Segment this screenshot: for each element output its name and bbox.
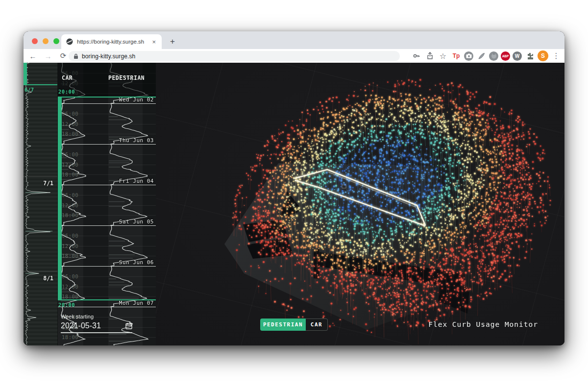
share-icon[interactable] bbox=[424, 50, 435, 61]
car-column-header: CAR bbox=[62, 74, 73, 81]
window-minimize-button[interactable] bbox=[43, 38, 49, 44]
marker-time-top: 20:00 bbox=[58, 89, 75, 95]
browser-menu-icon[interactable]: ⋮ bbox=[551, 50, 562, 61]
marker-line-top bbox=[58, 97, 156, 98]
day-label: Mon Jun 07 bbox=[119, 300, 154, 306]
sidebar-now-line bbox=[24, 84, 57, 85]
tab-title: https://boring-kitty.surge.sh bbox=[77, 39, 151, 45]
week-detail-panel[interactable]: 06:0012:0018:0006:0012:0018:0006:0012:00… bbox=[58, 63, 156, 345]
ext-abp-icon[interactable]: ABP bbox=[501, 51, 510, 61]
mode-toggle: PEDESTRIAN CAR bbox=[260, 318, 328, 331]
window-zoom-button[interactable] bbox=[53, 38, 59, 44]
lock-icon bbox=[74, 53, 78, 59]
app-title: Flex Curb Usage Monitor bbox=[428, 320, 538, 328]
month-separator bbox=[24, 176, 57, 176]
marker-time-bottom: 20:00 bbox=[58, 302, 75, 308]
ext-w-icon[interactable]: W bbox=[513, 51, 522, 61]
extensions-puzzle-icon[interactable] bbox=[524, 50, 535, 61]
bookmark-star-icon[interactable]: ☆ bbox=[438, 50, 448, 61]
day-separator-line bbox=[58, 144, 156, 145]
viewport-indicator[interactable] bbox=[24, 63, 27, 84]
page-content: 6/7 7/18/1 06:0012:0018:0006:0012:0018:0… bbox=[24, 63, 564, 345]
week-date-picker: Week starting 2021-05-31 bbox=[61, 314, 132, 333]
forward-button[interactable]: → bbox=[42, 52, 54, 60]
pointcloud-canvas[interactable] bbox=[156, 63, 564, 345]
ext-feather-icon[interactable] bbox=[476, 50, 487, 61]
day-label: Sat Jun 05 bbox=[119, 219, 154, 225]
password-key-icon[interactable] bbox=[411, 50, 422, 61]
date-underline bbox=[61, 332, 132, 333]
site-favicon-icon bbox=[66, 38, 73, 45]
ext-tp-icon[interactable]: Tp bbox=[451, 50, 462, 61]
day-label: Sun Jun 06 bbox=[119, 259, 154, 266]
month-label: 8/1 bbox=[43, 275, 53, 282]
ext-tomato-icon[interactable] bbox=[489, 51, 498, 61]
browser-toolbar: ← → ⟳ boring-kitty.surge.sh ☆ Tp bbox=[24, 49, 564, 63]
address-bar[interactable]: boring-kitty.surge.sh bbox=[69, 51, 400, 61]
selected-range-bar bbox=[58, 97, 62, 300]
calendar-icon[interactable] bbox=[125, 322, 132, 329]
day-separator-line bbox=[58, 225, 156, 226]
month-separator bbox=[24, 271, 57, 271]
day-label: Thu Jun 03 bbox=[119, 137, 154, 144]
toggle-pedestrian-button[interactable]: PEDESTRIAN bbox=[260, 318, 306, 331]
viz-area[interactable]: PEDESTRIAN CAR Flex Curb Usage Monitor bbox=[156, 63, 564, 345]
tab-strip: https://boring-kitty.surge.sh × + bbox=[24, 31, 564, 49]
toggle-car-button[interactable]: CAR bbox=[306, 318, 328, 331]
tab-close-icon[interactable]: × bbox=[151, 39, 157, 45]
profile-avatar[interactable]: S bbox=[538, 50, 548, 61]
marker-line-bottom bbox=[58, 299, 156, 300]
pedestrian-column-header: PEDESTRIAN bbox=[108, 74, 145, 81]
month-label: 7/1 bbox=[43, 180, 53, 187]
url-text: boring-kitty.surge.sh bbox=[82, 53, 135, 60]
ext-camera-icon[interactable] bbox=[464, 51, 473, 61]
week-start-input[interactable]: 2021-05-31 bbox=[61, 321, 101, 330]
sidebar-sparkline bbox=[24, 63, 58, 345]
reload-button[interactable]: ⟳ bbox=[57, 51, 69, 60]
timeline-sidebar[interactable]: 6/7 7/18/1 bbox=[24, 63, 58, 345]
toolbar-icons: ☆ Tp ABP W S ⋮ bbox=[411, 49, 562, 63]
day-separator-line bbox=[58, 103, 156, 104]
sidebar-now-label: 6/7 bbox=[24, 87, 34, 93]
week-starting-label: Week starting bbox=[61, 314, 132, 319]
browser-tab[interactable]: https://boring-kitty.surge.sh × bbox=[61, 34, 162, 49]
new-tab-button[interactable]: + bbox=[167, 36, 178, 48]
day-separator-line bbox=[58, 266, 156, 267]
window-close-button[interactable] bbox=[32, 38, 38, 44]
back-button[interactable]: ← bbox=[27, 52, 39, 60]
day-label: Fri Jun 04 bbox=[119, 178, 154, 184]
day-separator-line bbox=[58, 185, 156, 185]
browser-window: https://boring-kitty.surge.sh × + ← → ⟳ … bbox=[24, 31, 564, 345]
